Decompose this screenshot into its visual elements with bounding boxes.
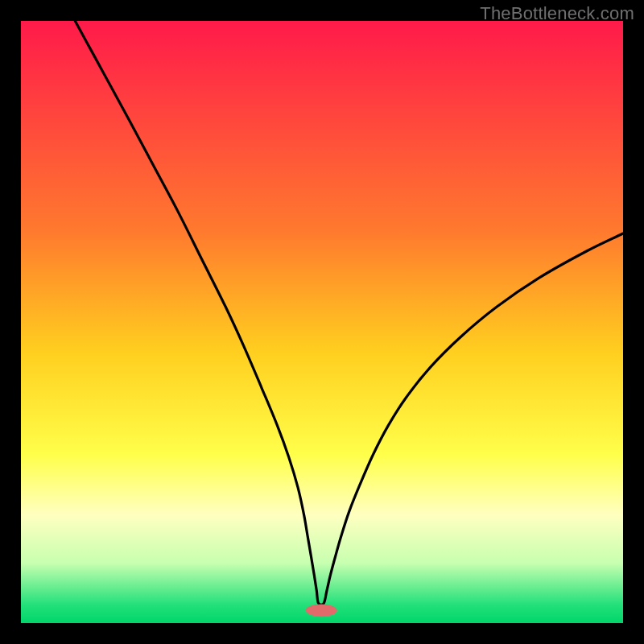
watermark-text: TheBottleneck.com — [480, 3, 634, 24]
chart-background — [21, 21, 623, 623]
chart-frame: TheBottleneck.com — [0, 0, 644, 644]
bottleneck-marker — [306, 604, 337, 617]
plot-area — [21, 21, 623, 623]
chart-svg — [21, 21, 623, 623]
